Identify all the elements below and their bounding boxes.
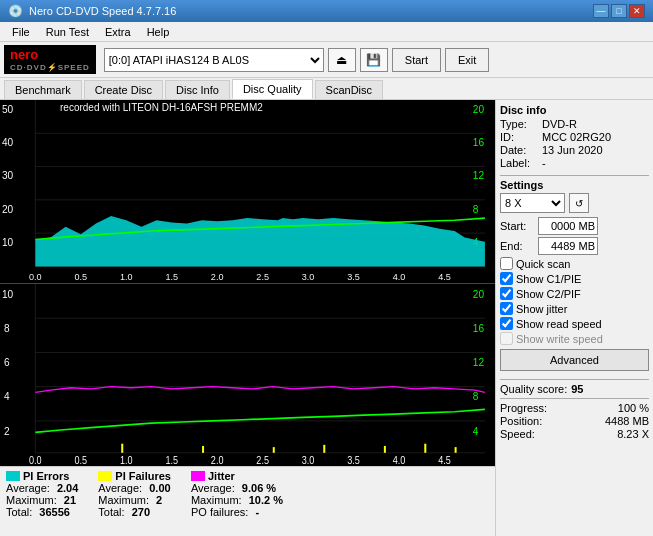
refresh-button[interactable]: ↺	[569, 193, 589, 213]
pi-errors-total: Total: 36556	[6, 506, 78, 518]
jitter-color	[191, 471, 205, 481]
svg-text:20: 20	[473, 287, 484, 300]
show-jitter-checkbox[interactable]	[500, 302, 513, 315]
position-label: Position:	[500, 415, 542, 427]
pi-failures-avg: Average: 0.00	[98, 482, 171, 494]
svg-text:20: 20	[2, 203, 13, 214]
svg-text:12: 12	[473, 355, 484, 368]
menu-run-test[interactable]: Run Test	[38, 24, 97, 40]
divider-3	[500, 398, 649, 399]
show-c2pif-label[interactable]: Show C2/PIF	[516, 288, 581, 300]
eject-button[interactable]: ⏏	[328, 48, 356, 72]
svg-text:30: 30	[2, 170, 13, 181]
quality-score-row: Quality score: 95	[500, 383, 649, 395]
pi-failures-color	[98, 471, 112, 481]
svg-text:0.5: 0.5	[75, 454, 88, 466]
show-read-speed-checkbox[interactable]	[500, 317, 513, 330]
pi-errors-title: PI Errors	[6, 470, 78, 482]
nero-brand: nero	[10, 47, 90, 63]
top-chart-svg: 50 40 30 20 10 20 16 12 8 4 0.0 0.5 1.0 …	[0, 100, 495, 283]
svg-text:10: 10	[2, 237, 13, 248]
maximize-button[interactable]: □	[611, 4, 627, 18]
svg-text:3.0: 3.0	[302, 272, 315, 282]
progress-row: Progress: 100 %	[500, 402, 649, 414]
show-c1pie-row: Show C1/PIE	[500, 272, 649, 285]
svg-rect-50	[424, 443, 426, 452]
svg-text:40: 40	[2, 137, 13, 148]
svg-text:4.5: 4.5	[438, 272, 451, 282]
svg-rect-49	[384, 445, 386, 452]
svg-text:8: 8	[473, 389, 479, 402]
tab-create-disc[interactable]: Create Disc	[84, 80, 163, 99]
right-panel: Disc info Type: DVD-R ID: MCC 02RG20 Dat…	[495, 100, 653, 536]
tab-disc-info[interactable]: Disc Info	[165, 80, 230, 99]
svg-text:4.5: 4.5	[438, 454, 451, 466]
show-read-speed-row: Show read speed	[500, 317, 649, 330]
top-chart: recorded with LITEON DH-16AFSH PREMM2 50…	[0, 100, 495, 284]
title-bar: 💿 Nero CD-DVD Speed 4.7.7.16 — □ ✕	[0, 0, 653, 22]
start-input[interactable]	[538, 217, 598, 235]
disc-label-row: Label: -	[500, 157, 649, 169]
speed-row: 8 X 4 X Maximum ↺	[500, 193, 649, 213]
svg-text:2: 2	[4, 423, 10, 436]
svg-text:16: 16	[473, 137, 484, 148]
end-input[interactable]	[538, 237, 598, 255]
svg-text:3.0: 3.0	[302, 454, 315, 466]
svg-text:20: 20	[473, 104, 484, 115]
quick-scan-label[interactable]: Quick scan	[516, 258, 570, 270]
show-c1pie-label[interactable]: Show C1/PIE	[516, 273, 581, 285]
speed-select[interactable]: 8 X 4 X Maximum	[500, 193, 565, 213]
svg-text:2.5: 2.5	[256, 272, 269, 282]
device-select[interactable]: [0:0] ATAPI iHAS124 B AL0S	[104, 48, 324, 72]
quality-score-value: 95	[571, 383, 583, 395]
jitter-max: Maximum: 10.2 %	[191, 494, 283, 506]
show-write-speed-checkbox[interactable]	[500, 332, 513, 345]
pi-failures-total: Total: 270	[98, 506, 171, 518]
disc-label-value: -	[542, 157, 546, 169]
svg-text:12: 12	[473, 170, 484, 181]
show-jitter-label[interactable]: Show jitter	[516, 303, 567, 315]
start-row: Start:	[500, 217, 649, 235]
close-button[interactable]: ✕	[629, 4, 645, 18]
svg-text:1.5: 1.5	[165, 272, 178, 282]
menu-file[interactable]: File	[4, 24, 38, 40]
svg-text:2.5: 2.5	[256, 454, 269, 466]
svg-text:4: 4	[4, 389, 10, 402]
show-c2pif-checkbox[interactable]	[500, 287, 513, 300]
tab-benchmark[interactable]: Benchmark	[4, 80, 82, 99]
recorded-label: recorded with LITEON DH-16AFSH PREMM2	[60, 102, 263, 113]
tab-disc-quality[interactable]: Disc Quality	[232, 79, 313, 99]
tab-scandisc[interactable]: ScanDisc	[315, 80, 383, 99]
settings-title: Settings	[500, 179, 649, 191]
disc-label-label: Label:	[500, 157, 542, 169]
start-button[interactable]: Start	[392, 48, 441, 72]
position-value: 4488 MB	[605, 415, 649, 427]
pi-failures-legend: PI Failures Average: 0.00 Maximum: 2 Tot…	[98, 470, 171, 533]
quality-score-label: Quality score:	[500, 383, 567, 395]
menu-extra[interactable]: Extra	[97, 24, 139, 40]
disc-type-row: Type: DVD-R	[500, 118, 649, 130]
jitter-po: PO failures: -	[191, 506, 283, 518]
menu-help[interactable]: Help	[139, 24, 178, 40]
disc-info-section: Disc info Type: DVD-R ID: MCC 02RG20 Dat…	[500, 104, 649, 169]
nero-logo: nero CD·DVD⚡SPEED	[4, 45, 96, 74]
show-read-speed-label[interactable]: Show read speed	[516, 318, 602, 330]
minimize-button[interactable]: —	[593, 4, 609, 18]
main-content: recorded with LITEON DH-16AFSH PREMM2 50…	[0, 100, 653, 536]
quick-scan-checkbox[interactable]	[500, 257, 513, 270]
speed-brand: CD·DVD⚡SPEED	[10, 63, 90, 73]
show-c1pie-checkbox[interactable]	[500, 272, 513, 285]
jitter-title: Jitter	[191, 470, 283, 482]
svg-text:1.0: 1.0	[120, 454, 133, 466]
disc-id-row: ID: MCC 02RG20	[500, 131, 649, 143]
svg-rect-47	[273, 447, 275, 453]
exit-button[interactable]: Exit	[445, 48, 489, 72]
show-jitter-row: Show jitter	[500, 302, 649, 315]
advanced-button[interactable]: Advanced	[500, 349, 649, 371]
disc-type-label: Type:	[500, 118, 542, 130]
save-button[interactable]: 💾	[360, 48, 388, 72]
disc-id-value: MCC 02RG20	[542, 131, 611, 143]
show-write-speed-label: Show write speed	[516, 333, 603, 345]
svg-text:0.0: 0.0	[29, 272, 42, 282]
title-bar-left: 💿 Nero CD-DVD Speed 4.7.7.16	[8, 4, 176, 18]
